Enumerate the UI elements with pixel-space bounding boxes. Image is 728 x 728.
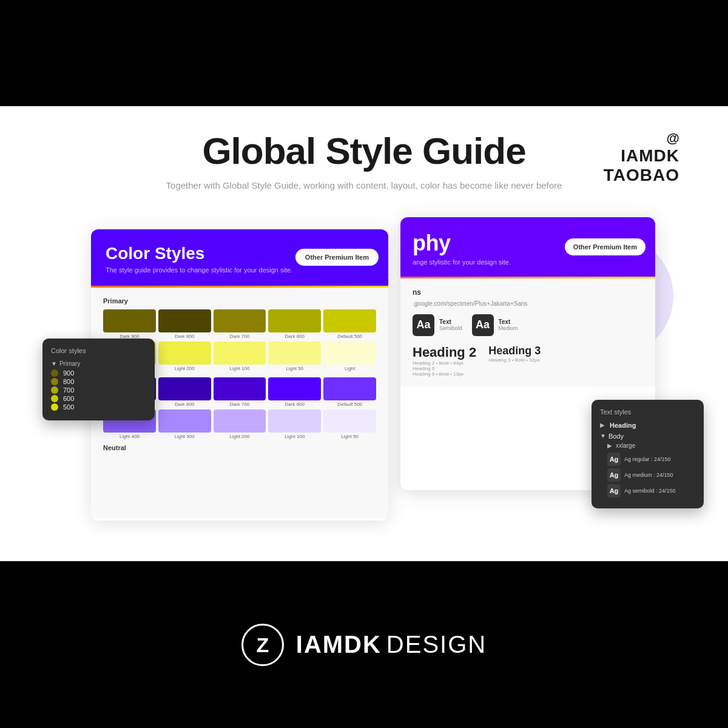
- popup-shade-500: 500: [51, 403, 146, 411]
- purple-swatch-300: Light 300: [158, 410, 211, 439]
- typo-card-header: phy ange stylistic for your design site.…: [400, 217, 655, 277]
- bottom-brand: IAMDK DESIGN: [296, 631, 487, 658]
- xxlarge-label: xxlarge: [616, 442, 635, 449]
- popup-shade-700: 700: [51, 386, 146, 394]
- regular-badge: Ag: [607, 453, 621, 466]
- header-section: Global Style Guide @ IAMDK TAOBAO Togeth…: [0, 106, 728, 205]
- font-badge-medium: Aa: [472, 314, 494, 336]
- popup-primary-expand: ▼ Primary: [51, 360, 146, 367]
- yellow-swatch-700: Dark 700: [214, 309, 266, 339]
- chevron-right-icon: ▶: [600, 422, 605, 428]
- yellow-swatch-100: Light 50: [268, 342, 321, 371]
- font-badge-semibold: Aa: [413, 314, 434, 336]
- text-regular-row: Ag Ag regular : 24/150: [600, 453, 695, 466]
- semibold-badge: Ag: [607, 484, 621, 497]
- purple-swatch-800: Dark 800: [158, 377, 211, 407]
- top-bar: [0, 0, 728, 106]
- medium-badge: Ag: [607, 468, 621, 482]
- main-area: Global Style Guide @ IAMDK TAOBAO Togeth…: [0, 106, 728, 561]
- text-semibold-row: Ag Ag semibold : 24/150: [600, 484, 695, 497]
- popup-shade-900: 900: [51, 369, 146, 377]
- purple-swatch-50: Light 50: [323, 410, 376, 439]
- neutral-label: Neutral: [103, 444, 376, 451]
- shade-600-label: 600: [63, 395, 74, 402]
- color-styles-popup: Color styles ▼ Primary 900 800 700 600: [42, 339, 155, 420]
- yellow-swatch-50: Light: [323, 342, 376, 371]
- font-url: .google.com/specimen/Plus+Jakarta+Sans: [413, 300, 643, 307]
- text-popup-heading-item: ▶ Heading: [600, 422, 695, 429]
- yellow-swatch-200: Light 100: [214, 342, 266, 371]
- logo-circle: Z: [241, 624, 284, 666]
- popup-title: Color styles: [51, 347, 146, 354]
- purple-swatch-700: Dark 700: [214, 377, 266, 407]
- heading2-text: Heading 2: [413, 345, 476, 360]
- purple-swatch-500: Default 500: [323, 377, 376, 407]
- font-type-text: Text: [439, 318, 462, 325]
- typo-card-body: ns .google.com/specimen/Plus+Jakarta+San…: [400, 278, 655, 386]
- text-popup-title: Text styles: [600, 408, 695, 416]
- chevron-right-icon-2: ▶: [607, 442, 612, 449]
- text-xxlarge: ▶ xxlarge: [600, 442, 695, 449]
- heading-samples: Heading 2 Heading 2 • Bold • 64px Headin…: [413, 345, 643, 377]
- shade-500-label: 500: [63, 403, 74, 411]
- font-type-text2: Text: [499, 318, 518, 325]
- popup-shade-800: 800: [51, 378, 146, 385]
- heading3-sample: Heading 3 Heading 3 • Bold • 32px: [488, 345, 541, 377]
- font-samples: Aa Text Semibold Aa Text Medium: [413, 314, 643, 336]
- purple-swatch-200: Light 200: [214, 410, 266, 439]
- typo-card-desc: ange stylistic for your design site.: [413, 258, 643, 266]
- shade-800-dot: [51, 378, 58, 385]
- text-popup-heading-label: Heading: [610, 422, 636, 429]
- yellow-swatch-800: Dark 800: [158, 309, 211, 339]
- text-medium-row: Ag Ag medium : 24/150: [600, 468, 695, 482]
- shade-600-dot: [51, 395, 58, 402]
- shade-900-dot: [51, 369, 58, 377]
- bottom-bar: Z IAMDK DESIGN: [0, 561, 728, 728]
- font-info-semibold: Text Semibold: [439, 318, 462, 331]
- text-styles-popup: Text styles ▶ Heading ▼ Body ▶ xxlarge A…: [592, 400, 704, 508]
- brand-name2: TAOBAO: [604, 166, 679, 185]
- shade-700-label: 700: [63, 386, 74, 394]
- heading2-sample: Heading 2 Heading 2 • Bold • 64px Headin…: [413, 345, 476, 377]
- font-info-medium: Text Medium: [499, 318, 518, 331]
- font-style-medium: Medium: [499, 325, 518, 331]
- semibold-info: Ag semibold : 24/150: [624, 488, 676, 494]
- primary-label: Primary: [103, 297, 376, 305]
- brand-tag: @ IAMDK TAOBAO: [604, 130, 679, 185]
- purple-swatch-100: Light 100: [268, 410, 321, 439]
- heading6-label: Heading 6: [413, 366, 476, 371]
- typo-premium-button[interactable]: Other Premium Item: [565, 238, 645, 255]
- shade-700-dot: [51, 386, 58, 394]
- yellow-swatch-900: Dark 900: [103, 309, 156, 339]
- popup-shade-600: 600: [51, 395, 146, 402]
- heading3-meta: Heading 3 • Bold • 32px: [488, 357, 541, 363]
- shade-800-label: 800: [63, 378, 74, 385]
- regular-info: Ag regular : 24/150: [624, 456, 671, 462]
- medium-info: Ag medium : 24/150: [624, 472, 673, 478]
- shade-900-label: 900: [63, 369, 74, 377]
- logo-letter: Z: [256, 635, 269, 655]
- color-card-desc: The style guide provides to change styli…: [106, 266, 374, 274]
- text-popup-body-expand: ▼ Body: [600, 433, 695, 440]
- shade-500-dot: [51, 403, 58, 411]
- purple-swatch-600: Dark 600: [268, 377, 321, 407]
- color-premium-button[interactable]: Other Premium Item: [295, 249, 379, 266]
- bottom-design: DESIGN: [386, 631, 487, 658]
- popup-primary-label: Primary: [59, 360, 80, 367]
- text-popup-body-label: Body: [608, 433, 624, 440]
- heading3-text: Heading 3: [488, 345, 541, 357]
- cards-container: phy ange stylistic for your design site.…: [91, 217, 637, 527]
- chevron-down-icon: ▼: [51, 360, 57, 367]
- heading6-meta: Heading 6 • Bold • 13px: [413, 371, 476, 377]
- yellow-swatch-300: Light 200: [158, 342, 211, 371]
- yellow-swatch-500: Default 500: [323, 309, 376, 339]
- font-sample-medium: Aa Text Medium: [472, 314, 518, 336]
- font-sample-semibold: Aa Text Semibold: [413, 314, 462, 336]
- color-card-header: Color Styles The style guide provides to…: [91, 229, 388, 286]
- heading2-meta: Heading 2 • Bold • 64px: [413, 360, 476, 366]
- bottom-iamdk: IAMDK: [296, 631, 382, 658]
- yellow-dark-row: Dark 900 Dark 800 Dark 700 Dark 600: [103, 309, 376, 339]
- brand-name1: IAMDK: [604, 146, 679, 166]
- chevron-down-icon-2: ▼: [600, 433, 606, 439]
- font-style-semibold: Semibold: [439, 325, 462, 331]
